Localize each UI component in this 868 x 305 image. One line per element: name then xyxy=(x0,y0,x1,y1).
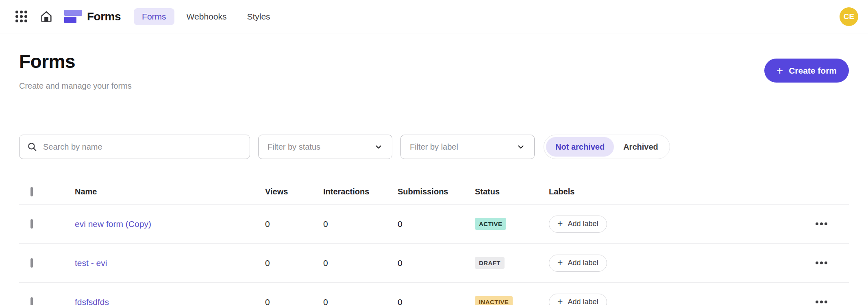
page-header: Forms Create and manage your forms + Cre… xyxy=(19,33,849,91)
top-nav: Forms Forms Webhooks Styles CE xyxy=(0,0,868,33)
main-content: Forms Create and manage your forms + Cre… xyxy=(0,33,868,305)
table-body: evi new form (Copy) 0 0 0 ACTIVE + Add l… xyxy=(19,205,849,305)
archive-toggle-group: Not archived Archived xyxy=(544,135,670,159)
col-header-views: Views xyxy=(265,187,323,196)
views-count: 0 xyxy=(265,258,323,268)
views-count: 0 xyxy=(265,297,323,305)
label-filter-label: Filter by label xyxy=(410,142,458,152)
plus-icon: + xyxy=(557,258,563,268)
col-header-interactions: Interactions xyxy=(323,187,398,196)
row-menu-button[interactable] xyxy=(809,216,833,232)
chevron-down-icon xyxy=(374,142,383,151)
toggle-not-archived[interactable]: Not archived xyxy=(546,137,614,157)
add-label-button[interactable]: + Add label xyxy=(549,255,607,272)
page-subtitle: Create and manage your forms xyxy=(19,81,132,91)
form-name-link[interactable]: test - evi xyxy=(75,258,107,268)
row-checkbox[interactable] xyxy=(30,297,33,305)
submissions-count: 0 xyxy=(398,258,475,268)
col-header-name: Name xyxy=(75,187,265,196)
create-form-button[interactable]: + Create form xyxy=(764,59,849,83)
chevron-down-icon xyxy=(516,142,525,151)
nav-tabs: Forms Webhooks Styles xyxy=(134,8,278,25)
interactions-count: 0 xyxy=(323,297,398,305)
interactions-count: 0 xyxy=(323,219,398,229)
select-all-checkbox[interactable] xyxy=(30,187,33,196)
nav-tab-forms[interactable]: Forms xyxy=(134,8,174,25)
status-badge: ACTIVE xyxy=(475,218,506,230)
plus-icon: + xyxy=(777,65,783,76)
status-filter-label: Filter by status xyxy=(268,142,320,152)
label-filter-select[interactable]: Filter by label xyxy=(400,135,535,159)
views-count: 0 xyxy=(265,219,323,229)
status-badge: DRAFT xyxy=(475,257,505,269)
brand-name: Forms xyxy=(87,10,121,23)
toggle-archived[interactable]: Archived xyxy=(614,137,668,157)
page-title: Forms xyxy=(19,50,132,72)
col-header-status: Status xyxy=(475,187,549,196)
interactions-count: 0 xyxy=(323,258,398,268)
search-icon xyxy=(27,142,37,152)
col-header-submissions: Submissions xyxy=(398,187,475,196)
add-label-button[interactable]: + Add label xyxy=(549,294,607,305)
row-checkbox[interactable] xyxy=(30,258,33,268)
add-label-text: Add label xyxy=(568,298,598,305)
plus-icon: + xyxy=(557,297,563,305)
search-input[interactable] xyxy=(43,142,242,152)
row-menu-button[interactable] xyxy=(809,255,833,271)
table-row: test - evi 0 0 0 DRAFT + Add label xyxy=(19,244,849,283)
col-header-labels: Labels xyxy=(549,187,804,196)
status-badge: INACTIVE xyxy=(475,296,513,305)
nav-tab-styles[interactable]: Styles xyxy=(239,8,278,25)
table-header-row: Name Views Interactions Submissions Stat… xyxy=(19,179,849,205)
nav-tab-webhooks[interactable]: Webhooks xyxy=(178,8,235,25)
add-label-button[interactable]: + Add label xyxy=(549,216,607,233)
status-filter-select[interactable]: Filter by status xyxy=(258,135,392,159)
forms-table: Name Views Interactions Submissions Stat… xyxy=(19,179,849,305)
add-label-text: Add label xyxy=(568,220,598,228)
plus-icon: + xyxy=(557,219,563,229)
table-row: fdsfsdfds 0 0 0 INACTIVE + Add label xyxy=(19,283,849,305)
apps-grid-dots xyxy=(15,11,27,22)
home-icon[interactable] xyxy=(37,8,55,26)
row-menu-button[interactable] xyxy=(809,294,833,305)
table-row: evi new form (Copy) 0 0 0 ACTIVE + Add l… xyxy=(19,205,849,244)
submissions-count: 0 xyxy=(398,297,475,305)
row-checkbox[interactable] xyxy=(30,219,33,229)
add-label-text: Add label xyxy=(568,259,598,267)
filters-bar: Filter by status Filter by label Not arc… xyxy=(19,135,849,159)
search-box xyxy=(19,135,250,159)
create-form-label: Create form xyxy=(789,66,837,76)
form-name-link[interactable]: fdsfsdfds xyxy=(75,297,109,305)
apps-grid-icon[interactable] xyxy=(12,8,30,26)
app-logo xyxy=(64,10,82,23)
submissions-count: 0 xyxy=(398,219,475,229)
form-name-link[interactable]: evi new form (Copy) xyxy=(75,219,151,229)
user-avatar[interactable]: CE xyxy=(840,7,858,26)
